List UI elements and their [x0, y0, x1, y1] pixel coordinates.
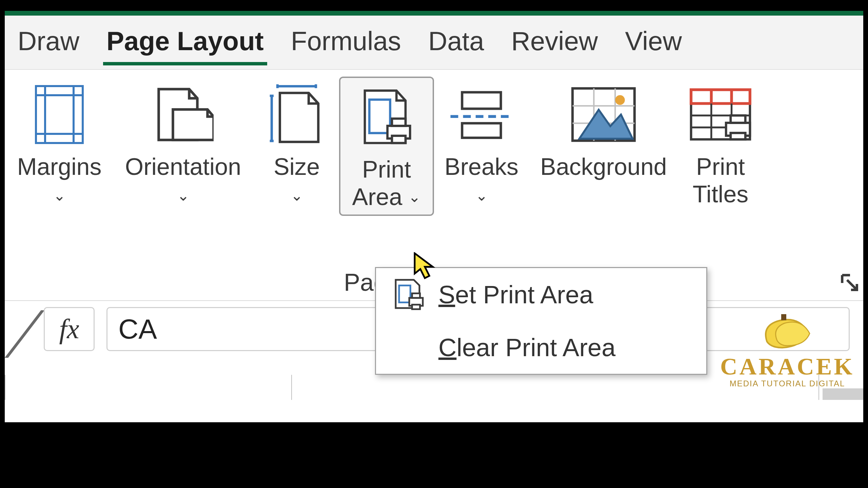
orientation-label: Orientation	[125, 153, 241, 181]
chevron-down-icon: ⌄	[475, 187, 488, 204]
print-titles-label-line1: Print	[696, 153, 745, 181]
svg-rect-14	[392, 119, 406, 126]
orientation-button[interactable]: Orientation ⌄	[112, 77, 254, 207]
tab-data[interactable]: Data	[425, 19, 488, 66]
chevron-down-icon: ⌄	[53, 187, 66, 204]
set-print-area-label: Set Print Area	[438, 280, 593, 309]
cancel-edit-icon[interactable]: ╱	[9, 310, 33, 358]
size-button[interactable]: Size ⌄	[254, 77, 339, 207]
margins-button[interactable]: Margins ⌄	[7, 77, 112, 207]
tab-formulas[interactable]: Formulas	[288, 19, 405, 66]
background-icon	[570, 81, 637, 148]
worksheet-column-headers	[5, 375, 863, 400]
page-size-icon	[268, 81, 326, 148]
svg-rect-40	[412, 305, 420, 309]
print-area-label-line2: Area	[352, 183, 402, 211]
tab-review[interactable]: Review	[508, 19, 601, 66]
print-area-icon	[359, 83, 414, 151]
dialog-launcher-icon[interactable]	[840, 273, 860, 293]
ribbon-tabs-bar: Draw Page Layout Formulas Data Review Vi…	[5, 16, 863, 70]
title-bar-accent	[5, 11, 863, 16]
tab-page-layout[interactable]: Page Layout	[103, 19, 267, 66]
breaks-icon	[448, 81, 515, 148]
app-outer-frame: Draw Page Layout Formulas Data Review Vi…	[0, 9, 868, 430]
mouse-cursor-icon	[413, 252, 437, 281]
margins-icon	[34, 81, 85, 148]
print-area-dropdown: Set Print Area Clear Print Area	[375, 267, 707, 375]
tab-draw[interactable]: Draw	[14, 19, 83, 66]
margins-label: Margins	[17, 153, 102, 181]
orientation-icon	[153, 81, 214, 148]
clear-print-area-icon-placeholder	[392, 330, 426, 364]
svg-rect-39	[412, 293, 420, 298]
breaks-label: Breaks	[445, 153, 518, 181]
svg-rect-35	[731, 116, 745, 123]
background-button[interactable]: Background	[529, 77, 678, 183]
set-print-area-icon	[392, 278, 426, 311]
background-label: Background	[540, 153, 667, 181]
svg-rect-16	[462, 92, 501, 109]
svg-rect-18	[462, 123, 501, 138]
chevron-down-icon: ⌄	[291, 187, 303, 204]
insert-function-button[interactable]: fx	[44, 307, 95, 351]
tab-view[interactable]: View	[622, 19, 685, 66]
horizontal-scroll-thumb[interactable]	[823, 388, 863, 400]
size-label: Size	[274, 153, 320, 181]
breaks-button[interactable]: Breaks ⌄	[434, 77, 529, 207]
svg-rect-15	[392, 136, 406, 143]
svg-rect-1	[45, 95, 74, 134]
print-titles-button[interactable]: Print Titles	[678, 77, 763, 210]
print-titles-icon	[688, 81, 753, 148]
svg-rect-36	[731, 133, 745, 139]
svg-point-24	[615, 95, 625, 105]
print-titles-label-line2: Titles	[693, 181, 749, 208]
chevron-down-icon: ⌄	[408, 188, 421, 205]
chevron-down-icon: ⌄	[177, 187, 190, 204]
clear-print-area-item[interactable]: Clear Print Area	[376, 321, 706, 374]
print-area-button[interactable]: Print Area ⌄	[339, 77, 434, 216]
print-area-label-line1: Print	[362, 156, 411, 183]
svg-marker-41	[415, 253, 433, 278]
clear-print-area-label: Clear Print Area	[438, 333, 615, 362]
